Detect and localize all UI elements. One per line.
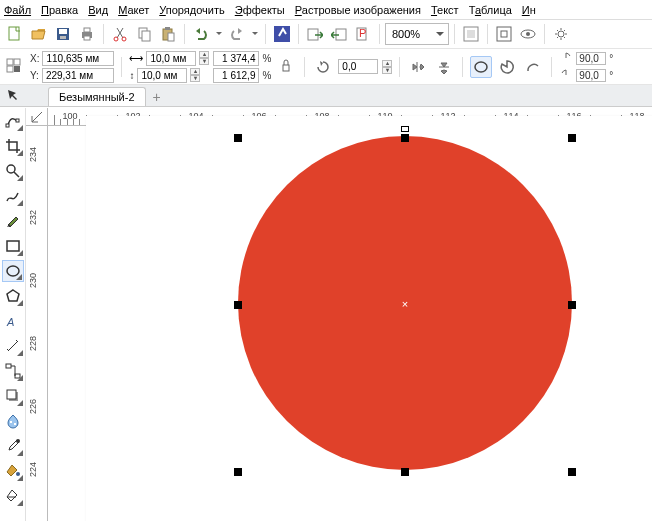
freehand-tool-icon[interactable] <box>2 185 24 207</box>
end-angle-input[interactable]: 90,0 <box>576 69 606 82</box>
undo-icon[interactable] <box>190 23 212 45</box>
ruler-origin[interactable] <box>26 108 48 126</box>
y-label: Y: <box>30 70 39 81</box>
selection-handle-w[interactable] <box>234 301 242 309</box>
text-tool-icon[interactable]: A <box>2 310 24 332</box>
menu-layout[interactable]: Макет <box>118 4 149 16</box>
scale-x-input[interactable]: 1 374,4 <box>213 51 259 66</box>
search-icon[interactable] <box>271 23 293 45</box>
menu-truncated[interactable]: Ин <box>522 4 536 16</box>
menu-file[interactable]: Файл <box>4 4 31 16</box>
redo-dropdown-icon[interactable] <box>250 23 260 45</box>
rectangle-tool-icon[interactable] <box>2 235 24 257</box>
vertical-ruler[interactable]: 234 232 230 228 226 224 <box>26 126 48 521</box>
end-angle-icon <box>559 69 573 81</box>
print-icon[interactable] <box>76 23 98 45</box>
svg-rect-38 <box>6 364 11 368</box>
svg-rect-32 <box>6 124 9 127</box>
mirror-vertical-icon[interactable] <box>433 56 455 78</box>
zoom-tool-icon[interactable] <box>2 160 24 182</box>
ellipse-icon[interactable] <box>470 56 492 78</box>
svg-rect-30 <box>283 65 289 71</box>
copy-icon[interactable] <box>133 23 155 45</box>
height-spinner[interactable]: ▴▾ <box>190 68 200 82</box>
options-icon[interactable] <box>550 23 572 45</box>
show-hide-icon[interactable] <box>517 23 539 45</box>
selection-handle-se[interactable] <box>568 468 576 476</box>
import-icon[interactable] <box>304 23 326 45</box>
svg-point-34 <box>7 165 15 173</box>
redo-icon[interactable] <box>226 23 248 45</box>
cut-icon[interactable] <box>109 23 131 45</box>
canvas[interactable]: × <box>48 126 652 521</box>
width-spinner[interactable]: ▴▾ <box>199 51 209 65</box>
scale-y-input[interactable]: 1 612,9 <box>213 68 259 83</box>
ellipse-node-handle[interactable] <box>401 126 409 132</box>
x-label: X: <box>30 53 39 64</box>
center-marker[interactable]: × <box>401 299 410 308</box>
arc-icon[interactable] <box>522 56 544 78</box>
angle-spinner[interactable]: ▴▾ <box>382 60 392 74</box>
height-input[interactable]: 10,0 мм <box>137 68 187 83</box>
shape-tool-icon[interactable] <box>2 110 24 132</box>
export-icon[interactable] <box>328 23 350 45</box>
property-bar: X:110,635 мм Y:229,31 мм ⟷10,0 мм▴▾ ↕10,… <box>0 49 652 85</box>
connector-tool-icon[interactable] <box>2 360 24 382</box>
publish-icon[interactable]: P <box>352 23 374 45</box>
pick-tool-shortcut-icon[interactable] <box>2 84 22 106</box>
y-input[interactable]: 229,31 мм <box>42 68 114 83</box>
selected-ellipse-object[interactable]: × <box>238 136 572 470</box>
selection-handle-n[interactable] <box>401 134 409 142</box>
menu-arrange[interactable]: Упорядочить <box>159 4 224 16</box>
start-angle-icon <box>559 52 573 64</box>
menu-text[interactable]: Текст <box>431 4 459 16</box>
x-input[interactable]: 110,635 мм <box>42 51 114 66</box>
polygon-tool-icon[interactable] <box>2 285 24 307</box>
svg-rect-2 <box>59 29 67 34</box>
angle-input[interactable]: 0,0 <box>338 59 378 74</box>
crop-tool-icon[interactable] <box>2 135 24 157</box>
selection-handle-e[interactable] <box>568 301 576 309</box>
artistic-media-tool-icon[interactable] <box>2 210 24 232</box>
eyedropper-tool-icon[interactable] <box>2 435 24 457</box>
smart-fill-tool-icon[interactable] <box>2 485 24 507</box>
tab-label: Безымянный-2 <box>59 91 135 103</box>
pie-icon[interactable] <box>496 56 518 78</box>
separator <box>379 24 380 44</box>
parallel-dimension-tool-icon[interactable] <box>2 335 24 357</box>
separator <box>298 24 299 44</box>
new-tab-button[interactable]: + <box>148 88 166 106</box>
save-icon[interactable] <box>52 23 74 45</box>
separator <box>551 57 552 77</box>
interactive-fill-tool-icon[interactable] <box>2 460 24 482</box>
selection-handle-sw[interactable] <box>234 468 242 476</box>
mirror-horizontal-icon[interactable] <box>407 56 429 78</box>
drop-shadow-tool-icon[interactable] <box>2 385 24 407</box>
separator <box>462 57 463 77</box>
separator <box>304 57 305 77</box>
lock-ratio-icon[interactable] <box>275 56 297 78</box>
menu-effects[interactable]: Эффекты <box>235 4 285 16</box>
fullscreen-preview-icon[interactable] <box>460 23 482 45</box>
new-icon[interactable] <box>4 23 26 45</box>
transparency-tool-icon[interactable] <box>2 410 24 432</box>
menu-bar: Файл Правка Вид Макет Упорядочить Эффект… <box>0 0 652 20</box>
menu-edit[interactable]: Правка <box>41 4 78 16</box>
svg-rect-43 <box>14 423 16 425</box>
selection-handle-nw[interactable] <box>234 134 242 142</box>
menu-bitmaps[interactable]: Растровые изображения <box>295 4 421 16</box>
start-angle-input[interactable]: 90,0 <box>576 52 606 65</box>
zoom-dropdown[interactable]: 800% <box>385 23 449 45</box>
selection-handle-s[interactable] <box>401 468 409 476</box>
menu-table[interactable]: Таблица <box>469 4 512 16</box>
width-input[interactable]: 10,0 мм <box>146 51 196 66</box>
width-icon: ⟷ <box>129 53 143 64</box>
snap-options-icon[interactable] <box>493 23 515 45</box>
selection-handle-ne[interactable] <box>568 134 576 142</box>
menu-view[interactable]: Вид <box>88 4 108 16</box>
undo-dropdown-icon[interactable] <box>214 23 224 45</box>
tab-document-1[interactable]: Безымянный-2 <box>48 87 146 106</box>
open-icon[interactable] <box>28 23 50 45</box>
paste-icon[interactable] <box>157 23 179 45</box>
ellipse-tool-icon[interactable] <box>2 260 24 282</box>
